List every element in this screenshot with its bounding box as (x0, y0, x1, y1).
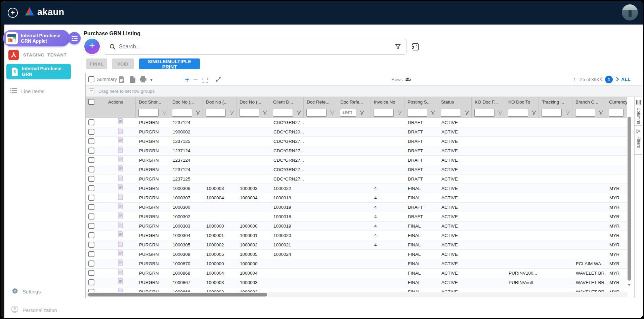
single-multiple-print-button[interactable]: SINGLE/MULTIPLE PRINT (139, 58, 200, 69)
table-row[interactable]: PURGRN1000308100000510000051000024FINALA… (86, 250, 627, 259)
tenant-selector[interactable]: STAGING_TENANT (8, 50, 67, 60)
row-document-icon[interactable] (118, 118, 123, 127)
row-document-icon[interactable] (118, 147, 123, 156)
column-filter-icon[interactable] (599, 111, 603, 115)
filter-input-invoice_no[interactable] (374, 109, 394, 117)
row-checkbox[interactable] (88, 213, 94, 220)
brand-logo[interactable]: akaun (25, 7, 65, 17)
row-group-dropzone[interactable]: Drag here to set row groups (86, 86, 642, 97)
row-checkbox[interactable] (88, 270, 94, 276)
column-header-client_d[interactable]: Client D... (270, 97, 304, 107)
row-checkbox[interactable] (88, 185, 94, 191)
row-checkbox[interactable] (88, 195, 94, 201)
file-icon[interactable] (130, 76, 135, 84)
column-filter-icon[interactable] (196, 111, 200, 115)
column-filter-icon[interactable] (532, 111, 536, 115)
column-header-doc_no_1[interactable]: Doc No (... (169, 97, 203, 107)
all-pages-button[interactable]: ALL (621, 77, 631, 82)
row-checkbox[interactable] (88, 223, 94, 229)
final-button[interactable]: FINAL (86, 58, 107, 69)
filter-input-posting[interactable] (407, 109, 427, 117)
row-checkbox[interactable] (88, 289, 94, 292)
filter-input-ko_doc_f[interactable] (474, 109, 495, 117)
column-filter-icon[interactable] (162, 111, 167, 115)
column-header-invoice_no[interactable]: Invoice No (371, 97, 404, 107)
scroll-down-icon[interactable] (628, 284, 631, 286)
column-header-currency[interactable]: Currency (606, 97, 627, 107)
row-document-icon[interactable] (118, 165, 123, 174)
table-row[interactable]: PURGRN10003071000004100000410000184FINAL… (86, 193, 627, 203)
filter-input-branch_c[interactable] (575, 109, 595, 117)
row-checkbox[interactable] (88, 279, 94, 285)
table-row[interactable]: PURGRN100030010000194DRAFTACTIVEMYR (86, 203, 627, 212)
column-filter-icon[interactable] (360, 111, 364, 115)
column-header-doc_ref_2[interactable]: Doc Refe... (337, 97, 371, 107)
side-tab-filters[interactable]: Filters (635, 126, 642, 155)
row-document-icon[interactable] (118, 231, 123, 240)
applet-header[interactable]: Internal Purchase GRN Applet (3, 30, 70, 46)
horizontal-scrollbar-thumb[interactable] (88, 293, 267, 296)
row-checkbox[interactable] (88, 176, 94, 182)
row-checkbox[interactable] (88, 251, 94, 257)
row-document-icon[interactable] (118, 175, 123, 184)
row-document-icon[interactable] (118, 222, 123, 231)
select-all-checkbox[interactable] (88, 99, 94, 105)
row-document-icon[interactable] (118, 288, 123, 292)
side-tab-columns[interactable]: Columns (635, 97, 642, 126)
sidebar-item-personalization[interactable]: Personalization (11, 306, 57, 314)
sidebar-item-settings[interactable]: Settings (11, 287, 41, 296)
row-document-icon[interactable] (118, 194, 123, 203)
row-document-icon[interactable] (118, 156, 123, 165)
row-document-icon[interactable] (118, 128, 123, 137)
sidebar-item-internal-purchase-grn[interactable]: $ Internal Purchase GRN (6, 64, 71, 79)
row-document-icon[interactable] (118, 212, 123, 222)
row-checkbox[interactable] (88, 204, 94, 210)
table-row[interactable]: PURGRN100086610000021000002FINALACTIVEWA… (86, 287, 627, 292)
column-filter-icon[interactable] (330, 111, 335, 115)
print-icon[interactable] (140, 76, 146, 84)
table-row[interactable]: PURGRN1237124CDC*GRN27...DRAFTACTIVE (86, 156, 627, 165)
row-checkbox[interactable] (88, 119, 94, 125)
column-header-doc_no_3[interactable]: Doc No (... (237, 97, 270, 107)
table-row[interactable]: PURGRN1237124CDC*GRN27...DRAFTACTIVE (86, 118, 627, 127)
column-header-posting[interactable]: Posting S... (404, 97, 438, 107)
grid-density-icon[interactable] (202, 77, 208, 84)
table-row[interactable]: PURGRN10003041000001100000110000204FINAL… (86, 231, 627, 240)
column-filter-icon[interactable] (498, 111, 503, 115)
column-header-branch_c[interactable]: Branch C... (572, 97, 606, 107)
export-file-icon[interactable] (119, 76, 125, 84)
filter-input-doc_no_2[interactable] (206, 109, 226, 117)
filter-input-doc_no_1[interactable] (172, 109, 192, 117)
row-document-icon[interactable] (118, 269, 123, 278)
table-row[interactable]: PURGRN1237125CDC*GRN27...DRAFTACTIVE (86, 174, 627, 184)
search-input[interactable] (118, 43, 353, 50)
row-checkbox[interactable] (88, 261, 94, 267)
column-filter-icon[interactable] (263, 111, 267, 115)
table-row[interactable]: PURGRN10003051000002100000210000214FINAL… (86, 240, 627, 250)
page-size-dropdown[interactable] (154, 82, 182, 82)
table-row[interactable]: PURGRN1237124CDC*GRN27...DRAFTACTIVE (86, 165, 627, 174)
sidebar-item-line-items[interactable]: Line Items (10, 88, 44, 94)
plus-icon[interactable]: + (185, 75, 189, 84)
column-filter-icon[interactable] (397, 111, 402, 115)
row-document-icon[interactable] (118, 260, 123, 269)
add-record-button[interactable]: + (84, 39, 100, 54)
view-toggle-icon[interactable]: 2 (411, 43, 419, 53)
filter-input-doc_ref_1[interactable] (306, 109, 327, 117)
caret-down-icon[interactable]: ▼ (149, 78, 153, 82)
row-checkbox[interactable] (88, 166, 94, 172)
row-checkbox[interactable] (88, 242, 94, 248)
row-checkbox[interactable] (88, 148, 94, 154)
search-filter-icon[interactable] (395, 44, 401, 49)
user-avatar[interactable] (622, 4, 638, 21)
row-document-icon[interactable] (118, 241, 123, 250)
filter-input-currency[interactable] (609, 109, 624, 117)
column-filter-icon[interactable] (565, 111, 570, 115)
summary-checkbox[interactable] (88, 76, 94, 82)
table-row[interactable]: PURGRN10003031000000100000010000194FINAL… (86, 222, 627, 231)
table-row[interactable]: PURGRN10003061000003100000310000224FINAL… (86, 184, 627, 193)
add-applet-icon[interactable]: + (8, 8, 18, 18)
row-checkbox[interactable] (88, 157, 94, 163)
row-document-icon[interactable] (118, 278, 123, 287)
table-row[interactable]: PURGRN100030210000184DRAFTACTIVEMYR (86, 212, 627, 222)
